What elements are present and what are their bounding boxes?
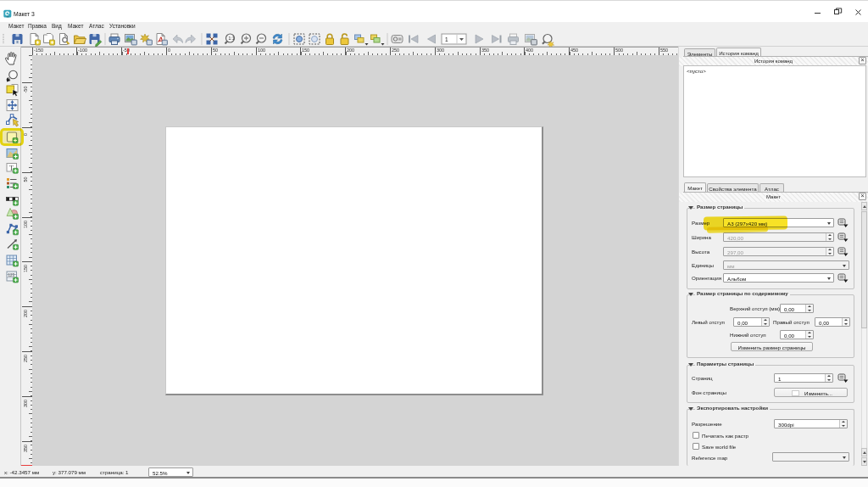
svg-text:1:1: 1:1 xyxy=(229,36,235,41)
svg-text:123: 123 xyxy=(8,273,15,277)
svg-text:1: 1 xyxy=(445,36,448,42)
